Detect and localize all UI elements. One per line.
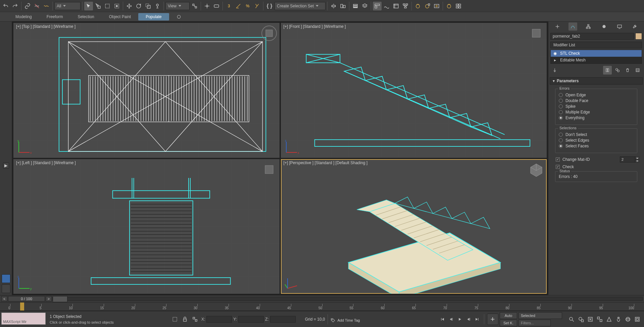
viewport-top[interactable]: [+] [Top ] [Standard ] [Wireframe ] xy [13, 23, 280, 158]
goto-end-button[interactable] [473, 315, 481, 323]
render-in-cloud-button[interactable] [454, 2, 463, 10]
panel-create-tab[interactable] [553, 22, 562, 31]
panel-modify-tab[interactable] [568, 22, 577, 31]
schematic-view-button[interactable] [401, 2, 410, 10]
zoom-extents-all-button[interactable] [596, 315, 604, 323]
viewport-label[interactable]: [+] [Left ] [Standard ] [Wireframe ] [16, 160, 76, 165]
viewport-left[interactable]: [+] [Left ] [Standard ] [Wireframe ] yz [13, 159, 280, 294]
time-slider[interactable] [52, 297, 643, 301]
goto-start-button[interactable] [438, 315, 446, 323]
material-editor-button[interactable] [413, 2, 422, 10]
radio-select-faces[interactable]: Select Faces [559, 144, 634, 148]
add-time-tag-button[interactable]: Add Time Tag [331, 318, 360, 323]
radio-dont-select[interactable]: Don't Select [559, 132, 634, 137]
viewcube-icon[interactable] [261, 161, 278, 178]
rollout-parameters-header[interactable]: ▾Parameters [550, 77, 643, 85]
orbit-button[interactable] [624, 315, 632, 323]
use-pivot-center-button[interactable] [190, 2, 199, 10]
autokey-button[interactable]: Auto [500, 312, 517, 319]
configure-sets-button[interactable] [633, 66, 642, 75]
radio-spike[interactable]: Spike [559, 104, 634, 109]
prev-frame-button[interactable] [447, 315, 455, 323]
expand-icon[interactable]: ▸ [553, 58, 557, 62]
render-production-button[interactable] [445, 2, 453, 10]
radio-open-edge[interactable]: Open Edge [559, 93, 634, 97]
mirror-button[interactable] [329, 2, 338, 10]
isolate-selection-button[interactable] [170, 315, 179, 324]
select-by-name-button[interactable] [94, 2, 102, 10]
key-filters-dropdown[interactable]: Selected [518, 312, 562, 319]
pan-button[interactable] [614, 315, 623, 323]
make-unique-button[interactable] [613, 66, 622, 75]
object-color-swatch[interactable] [635, 33, 642, 40]
keyboard-shortcut-toggle[interactable] [212, 2, 221, 10]
window-crossing-button[interactable] [112, 2, 121, 10]
select-object-button[interactable] [84, 2, 93, 10]
ribbon-tab-objectpaint[interactable]: Object Paint [102, 13, 138, 20]
absolute-relative-button[interactable] [191, 315, 199, 324]
dope-sheet-button[interactable] [392, 2, 400, 10]
viewcube-icon[interactable] [261, 25, 278, 42]
object-name-input[interactable] [550, 33, 634, 40]
coord-y-input[interactable] [238, 316, 264, 323]
modifier-list-dropdown[interactable]: Modifier List [550, 42, 642, 48]
ribbon-caret-icon[interactable] [189, 13, 196, 20]
matid-spinner[interactable] [620, 156, 635, 162]
viewport-layout-alt-button[interactable] [2, 284, 10, 293]
percent-snap-button[interactable]: % [243, 2, 252, 10]
fov-button[interactable] [605, 315, 613, 323]
viewport-layout-button[interactable] [2, 274, 10, 283]
scene-explorer-expand-button[interactable]: ▶ [3, 162, 9, 169]
check-check[interactable]: Check [556, 165, 639, 169]
coord-z-input[interactable] [270, 316, 296, 323]
render-setup-button[interactable] [423, 2, 432, 10]
radio-multiple-edge[interactable]: Multiple Edge [559, 110, 634, 114]
viewport-perspective[interactable]: [+] [Perspective ] [Standard ] [Default … [281, 159, 547, 294]
stack-item-stlcheck[interactable]: ◉ STL Check [551, 50, 642, 57]
select-manipulate-button[interactable] [203, 2, 211, 10]
ribbon-tab-modeling[interactable]: Modeling [8, 13, 39, 20]
ref-coord-dropdown[interactable]: View [165, 2, 190, 10]
viewport-label[interactable]: [+] [Front ] [Standard ] [Wireframe ] [284, 24, 346, 29]
select-rotate-button[interactable] [134, 2, 143, 10]
key-filters-button[interactable]: Filters... [518, 320, 551, 326]
track-next-button[interactable]: > [46, 296, 52, 301]
timeline-playhead[interactable] [20, 302, 24, 311]
radio-double-face[interactable]: Double Face [559, 98, 634, 103]
undo-button[interactable] [1, 2, 10, 10]
maxscript-listener[interactable]: MAXScript Mir [1, 313, 46, 325]
play-button[interactable] [456, 315, 464, 323]
show-end-result-button[interactable] [603, 66, 612, 75]
pin-stack-button[interactable] [550, 66, 559, 75]
stack-item-editablemesh[interactable]: ▸ Editable Mesh [551, 57, 642, 63]
link-button[interactable] [23, 2, 32, 10]
panel-utilities-tab[interactable] [631, 22, 639, 31]
ribbon-pin-icon[interactable] [175, 13, 183, 20]
select-scale-button[interactable] [144, 2, 152, 10]
spinner-snap-button[interactable] [253, 2, 261, 10]
angle-snap-button[interactable] [234, 2, 243, 10]
named-selset-edit-button[interactable]: { } [265, 2, 274, 10]
unlink-button[interactable] [33, 2, 41, 10]
rendered-frame-button[interactable] [432, 2, 441, 10]
panel-motion-tab[interactable] [600, 22, 608, 31]
redo-button[interactable] [11, 2, 19, 10]
viewcube-icon[interactable] [528, 161, 545, 178]
viewport-front[interactable]: [+] [Front ] [Standard ] [Wireframe ] xz [281, 23, 547, 158]
ribbon-tab-freeform[interactable]: Freeform [39, 13, 70, 20]
viewcube-icon[interactable] [528, 25, 545, 42]
track-prev-button[interactable]: < [1, 296, 7, 301]
radio-select-edges[interactable]: Select Edges [559, 138, 634, 143]
ribbon-tab-selection[interactable]: Selection [70, 13, 101, 20]
curve-editor-button[interactable] [382, 2, 391, 10]
radio-everything[interactable]: Everything [559, 115, 634, 120]
panel-display-tab[interactable] [615, 22, 624, 31]
viewport-label[interactable]: [+] [Perspective ] [Standard ] [Default … [284, 160, 367, 165]
layer-explorer-button[interactable] [351, 2, 360, 10]
align-button[interactable] [339, 2, 347, 10]
select-region-rect-button[interactable] [103, 2, 112, 10]
setkey-mode-button[interactable]: Set K. [500, 320, 517, 326]
next-frame-button[interactable] [464, 315, 473, 323]
select-place-button[interactable] [153, 2, 162, 10]
timeline-ruler[interactable]: 0510152025303540455055606570758085909510… [0, 302, 644, 311]
